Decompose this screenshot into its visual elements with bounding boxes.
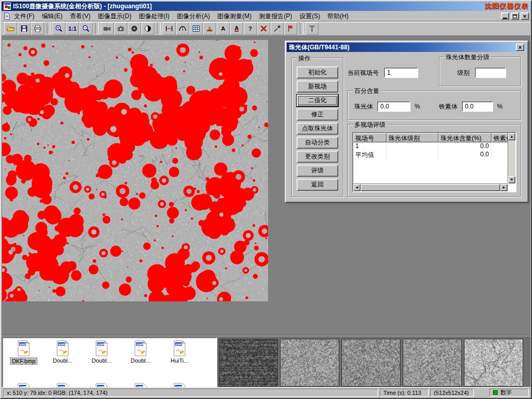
menu-item-edit[interactable]: 编辑(E) [38, 11, 66, 22]
toolbar-button-text[interactable]: A [217, 22, 230, 35]
file-item[interactable]: BMP HuiTi... [160, 340, 199, 365]
print-icon [33, 24, 42, 33]
op-button-binarize[interactable]: 二值化 [297, 95, 338, 107]
toolbar-separator [300, 23, 303, 34]
toolbar-button-help[interactable]: ? [244, 22, 257, 35]
status-mode: 数字 [489, 389, 529, 397]
contrast-icon [143, 24, 152, 33]
menu-item-settings[interactable]: 设置(S) [296, 11, 324, 22]
col-header-field-no[interactable]: 视场号 [353, 133, 387, 142]
metallograph-image[interactable] [2, 40, 268, 301]
menu-item-file[interactable]: 文件(F) [10, 11, 38, 22]
op-button-grade[interactable]: 评级 [297, 165, 338, 177]
mode-indicator-icon [493, 390, 498, 395]
scroll-down-icon[interactable]: ▼ [508, 176, 515, 183]
toolbar-separator [47, 23, 50, 34]
ferrite-input[interactable] [462, 101, 493, 112]
menu-item-help[interactable]: 帮助(H) [324, 11, 352, 22]
child-restore-button[interactable] [511, 12, 519, 20]
vertical-scrollbar[interactable]: ▲ ▼ [508, 133, 515, 183]
thumbnail-image[interactable] [403, 339, 462, 387]
file-row: BMP DKF.bmp BMP Doubl... [4, 340, 199, 365]
op-button-return[interactable]: 返回 [297, 179, 338, 191]
toolbar-button-zoom-in[interactable] [52, 22, 65, 35]
mode-label: 数字 [500, 389, 512, 396]
file-name: HuiTi... [169, 357, 190, 364]
toolbar-button-video[interactable] [101, 22, 114, 35]
menu-item-image-measure[interactable]: 图像测量(M) [214, 11, 255, 22]
percentage-group-label: 百分含量 [352, 87, 381, 96]
scroll-right-icon[interactable]: ► [500, 184, 508, 191]
toolbar-button-font[interactable]: A [230, 22, 243, 35]
col-header-pearlite-grade[interactable]: 珠光体级别 [387, 133, 438, 142]
grade-input[interactable] [475, 68, 506, 78]
pearlite-input[interactable] [377, 101, 410, 112]
toolbar-button-delete[interactable] [257, 22, 270, 35]
actual-size-icon: 1:1 [69, 25, 77, 32]
open-icon [6, 24, 15, 33]
child-minimize-button[interactable] [501, 12, 509, 20]
toolbar-button-snapshot[interactable] [128, 22, 141, 35]
dialog-titlebar[interactable]: 珠光体(GB/T9441-88) × [287, 43, 526, 52]
op-button-initialize[interactable]: 初始化 [297, 66, 338, 78]
toolbar-button-contrast[interactable] [141, 22, 154, 35]
thumbnail-image[interactable] [219, 339, 278, 387]
menu-item-image-display[interactable]: 图像显示(D) [94, 11, 135, 22]
save-icon [20, 24, 29, 33]
bmp-file-icon: BMP [95, 340, 109, 356]
window-title: IS100显微摄像系统(金相分析版) - [zhuguangti01] [13, 2, 152, 11]
file-item[interactable]: BMP Doubl... [121, 340, 160, 365]
op-button-pick-pearlite[interactable]: 点取珠光体 [297, 123, 338, 135]
toolbar-button-open[interactable] [4, 22, 17, 35]
scroll-up-icon[interactable]: ▲ [508, 133, 515, 140]
grade-group-label: 珠光体数量分级 [444, 53, 491, 62]
op-button-new-field[interactable]: 新视场 [297, 81, 338, 92]
file-item[interactable]: BMP Doubl... [82, 340, 121, 365]
menu-item-view[interactable]: 查看(V) [66, 11, 94, 22]
percent-sign: % [497, 103, 503, 110]
file-name: Doubl... [51, 357, 74, 364]
toolbar-button-camera[interactable] [114, 22, 127, 35]
toolbar-button-picker[interactable] [271, 22, 284, 35]
file-item[interactable]: BMP Doubl... [43, 340, 82, 365]
menu-item-image-process[interactable]: 图像处理(I) [135, 11, 173, 22]
toolbar-button-pin[interactable] [305, 22, 318, 35]
toolbar-button-measure-distance[interactable] [163, 22, 176, 35]
toolbar-button-actual-size[interactable]: 1:1 [66, 22, 79, 35]
text-icon: A [221, 25, 225, 32]
thumbnail-image[interactable] [464, 339, 523, 387]
statusbar: x: 510 y: 79 idx: 0 RGB: (174, 174, 174)… [2, 387, 530, 397]
child-close-button[interactable]: × [521, 12, 529, 20]
file-item[interactable]: BMP DKF.bmp [4, 340, 43, 365]
toolbar-button-zoom-out[interactable] [79, 22, 92, 35]
menu-item-report[interactable]: 测量报告(P) [255, 11, 296, 22]
dialog-title: 珠光体(GB/T9441-88) [289, 43, 350, 52]
table-row[interactable]: 1 0.0 [353, 142, 515, 151]
toolbar-button-print[interactable] [31, 22, 44, 35]
table-row[interactable]: 平均值 0.0 [353, 151, 515, 159]
horizontal-scrollbar[interactable]: ◄ ► [353, 183, 508, 191]
delete-icon [259, 24, 268, 33]
picker-icon [273, 24, 282, 33]
dialog-close-button[interactable]: × [516, 44, 524, 51]
thumbnail-image[interactable] [341, 339, 401, 387]
toolbar-button-flag[interactable] [284, 22, 297, 35]
application-window: IS100显微摄像系统(金相分析版) - [zhuguangti01] 沈阳仪器… [0, 0, 532, 399]
scrollbar-thumb[interactable] [361, 184, 500, 191]
operations-group-label: 操作 [296, 54, 313, 63]
toolbar-button-measure-angle[interactable] [176, 22, 189, 35]
op-button-correct[interactable]: 修正 [297, 109, 338, 121]
toolbar-button-stamp[interactable] [203, 22, 216, 35]
grade-label: 级别 [457, 69, 470, 77]
file-name: Doubl... [90, 357, 113, 364]
op-button-auto-classify[interactable]: 自动分类 [297, 137, 338, 149]
toolbar-button-grid[interactable] [190, 22, 203, 35]
titlebar[interactable]: IS100显微摄像系统(金相分析版) - [zhuguangti01] 沈阳仪器… [2, 2, 530, 11]
thumbnail-image[interactable] [280, 339, 339, 387]
scroll-left-icon[interactable]: ◄ [353, 184, 361, 191]
current-field-input[interactable] [384, 68, 418, 78]
op-button-change-class[interactable]: 更改类别 [297, 151, 338, 163]
menu-item-image-analysis[interactable]: 图像分析(A) [173, 11, 214, 22]
toolbar-button-save[interactable] [18, 22, 31, 35]
col-header-pearlite-content[interactable]: 珠光体含量(%) [438, 133, 491, 142]
